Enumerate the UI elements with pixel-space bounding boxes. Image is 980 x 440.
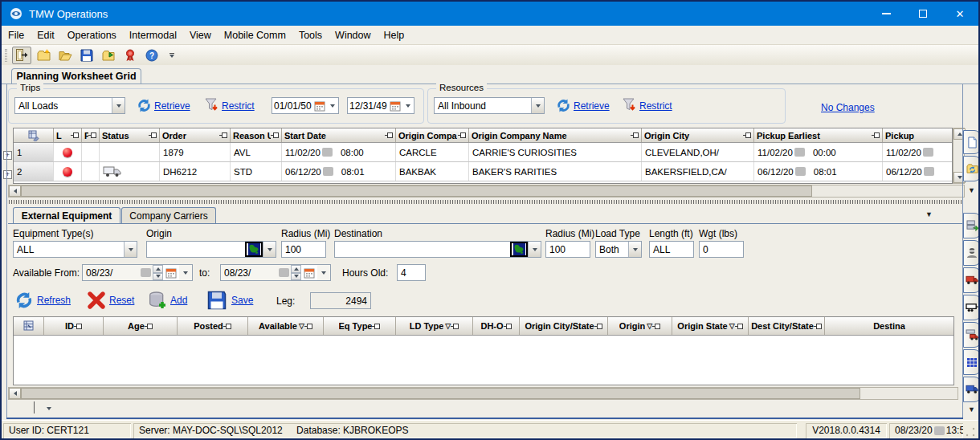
column-header-eq-type[interactable]: Eq Type <box>324 317 396 335</box>
pin-column-icon[interactable] <box>874 132 880 138</box>
chevron-down-icon[interactable] <box>327 98 338 113</box>
table-row[interactable]: 2 DH6212 STD 06/12/2008:01 BAKBAK BAKER'… <box>14 162 952 181</box>
minimize-button[interactable] <box>868 2 904 26</box>
chevron-down-icon[interactable] <box>402 98 414 113</box>
pin-column-icon[interactable] <box>453 324 459 329</box>
save-link[interactable]: Save <box>231 295 253 306</box>
column-header-destination[interactable]: Destina <box>825 317 953 335</box>
record-nav-dropdown-button[interactable] <box>40 403 58 414</box>
refresh-icon[interactable] <box>14 291 34 310</box>
destination-field[interactable] <box>334 241 541 258</box>
pin-column-icon[interactable] <box>76 324 82 329</box>
menu-window[interactable]: Window <box>329 26 377 45</box>
menu-edit[interactable]: Edit <box>31 26 61 45</box>
column-header-status[interactable]: Status <box>100 128 160 142</box>
grid-properties-button[interactable] <box>14 128 54 142</box>
toolbar-overflow-button[interactable] <box>167 53 177 58</box>
side-tab-folder-refresh[interactable] <box>963 156 980 181</box>
origin-globe-button[interactable] <box>245 242 263 257</box>
pin-column-icon[interactable] <box>460 132 466 138</box>
export-button[interactable] <box>99 47 118 64</box>
table-row[interactable]: 1 1879 AVL 11/02/2008:00 CARCLE CARRIE'S… <box>14 143 952 162</box>
trips-restrict-icon[interactable] <box>204 97 219 112</box>
resources-filter-select[interactable]: All Inbound <box>434 97 545 114</box>
column-header-dh-o[interactable]: DH-O <box>473 317 520 335</box>
column-header-available[interactable]: Available▽ <box>248 317 324 335</box>
column-header-origin-state[interactable]: Origin State▽ <box>672 317 749 335</box>
hours-old-field[interactable]: 4 <box>397 264 426 281</box>
scrollbar-thumb[interactable] <box>21 185 812 197</box>
column-header-start-date[interactable]: Start Date <box>282 128 396 142</box>
length-field[interactable]: ALL <box>649 241 694 258</box>
grid-properties-button[interactable] <box>14 317 44 335</box>
resources-restrict-icon[interactable] <box>622 97 637 112</box>
equipment-type-select[interactable]: ALL <box>13 241 137 258</box>
trips-restrict-link[interactable]: Restrict <box>222 100 255 112</box>
pin-column-icon[interactable] <box>91 132 96 138</box>
row-expand-button[interactable]: + <box>3 170 12 179</box>
column-header-origin-company[interactable]: Origin Compa <box>396 128 469 142</box>
close-button[interactable]: ✕ <box>941 2 978 26</box>
scroll-left-button[interactable] <box>9 388 21 399</box>
column-header-order[interactable]: Order <box>160 128 231 142</box>
menu-view[interactable]: View <box>183 26 218 45</box>
column-header-reason[interactable]: Reason Unde <box>231 128 282 142</box>
side-tab-inbound-truck[interactable] <box>963 267 980 293</box>
destination-globe-button[interactable] <box>510 242 528 257</box>
pin-column-icon[interactable] <box>73 132 79 138</box>
chevron-down-icon[interactable] <box>263 242 276 257</box>
new-button[interactable] <box>34 47 53 64</box>
reset-icon[interactable] <box>87 291 106 310</box>
menu-help[interactable]: Help <box>378 26 411 45</box>
save-icon[interactable] <box>207 291 227 310</box>
filter-icon[interactable]: ▽ <box>445 323 451 330</box>
trips-grid-hscrollbar[interactable] <box>8 185 965 198</box>
pin-column-icon[interactable] <box>737 324 743 329</box>
refresh-link[interactable]: Refresh <box>37 295 71 306</box>
available-from-field[interactable]: 08/23/ <box>82 264 193 281</box>
side-tab-carrier-truck[interactable] <box>963 322 980 348</box>
equipment-grid-hscrollbar[interactable] <box>8 387 958 400</box>
column-header-pickup-earliest[interactable]: Pickup Earliest <box>754 128 883 142</box>
calendar-icon[interactable] <box>301 265 317 280</box>
side-tab-tractor[interactable] <box>963 377 980 402</box>
chevron-down-icon[interactable] <box>317 265 330 280</box>
trips-retrieve-link[interactable]: Retrieve <box>154 100 190 112</box>
radius1-field[interactable]: 100 <box>281 241 326 258</box>
scroll-left-button[interactable] <box>9 185 21 197</box>
side-tab-trailer[interactable] <box>963 295 980 320</box>
pin-column-icon[interactable] <box>147 324 153 329</box>
menu-file[interactable]: File <box>2 26 31 45</box>
column-header-origin-city[interactable]: Origin City <box>642 128 754 142</box>
pin-column-icon[interactable] <box>745 132 751 138</box>
pin-column-icon[interactable] <box>151 132 157 138</box>
trips-retrieve-icon[interactable] <box>137 98 152 113</box>
pin-column-icon[interactable] <box>597 324 602 329</box>
chevron-down-icon[interactable] <box>528 242 541 257</box>
ribbon-button[interactable] <box>120 47 140 64</box>
scrollbar-thumb[interactable] <box>21 388 860 399</box>
open-button[interactable] <box>55 47 75 64</box>
save-toolbar-button[interactable] <box>77 47 96 64</box>
pin-column-icon[interactable] <box>816 324 822 329</box>
menu-tools[interactable]: Tools <box>292 26 329 45</box>
column-header-pickup[interactable]: Pickup <box>883 128 952 142</box>
help-button[interactable]: ? <box>142 47 161 64</box>
side-tabs-more-arrow-icon[interactable]: ▼ <box>968 186 975 194</box>
calendar-icon[interactable] <box>313 98 327 113</box>
column-header-origin[interactable]: Origin▽ <box>608 317 672 335</box>
chevron-down-icon[interactable] <box>628 242 641 257</box>
side-tab-document[interactable] <box>963 130 980 154</box>
date-spinner[interactable] <box>291 265 301 280</box>
resources-retrieve-link[interactable]: Retrieve <box>574 100 610 112</box>
pin-column-icon[interactable] <box>506 324 512 329</box>
column-header-l[interactable]: L <box>54 128 82 142</box>
pin-column-icon[interactable] <box>226 324 231 329</box>
splitter-handle[interactable] <box>6 200 963 204</box>
column-header-p[interactable]: P <box>82 128 100 142</box>
side-tab-grid-view[interactable] <box>963 349 980 375</box>
trips-date-from-field[interactable]: 01/01/50 <box>272 97 339 114</box>
filter-icon[interactable]: ▽ <box>729 323 735 330</box>
tab-planning-worksheet-grid[interactable]: Planning Worksheet Grid <box>11 68 141 84</box>
tab-company-carriers[interactable]: Company Carriers <box>121 207 216 224</box>
